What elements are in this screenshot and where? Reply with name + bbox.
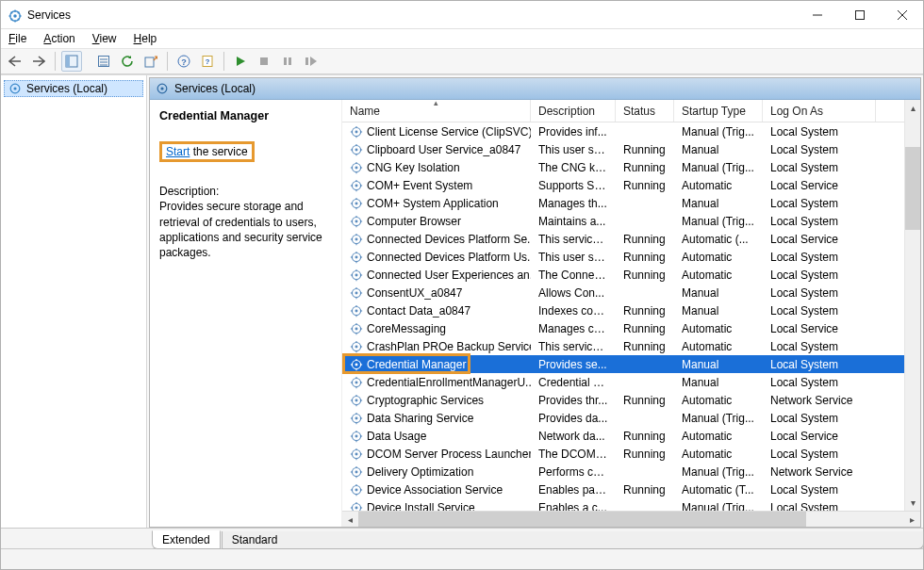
svg-rect-27 [289,57,291,65]
table-row[interactable]: Connected Devices Platform Se...This ser… [342,230,920,248]
service-gear-icon [350,430,363,443]
table-row[interactable]: Cryptographic ServicesProvides thr...Run… [342,391,920,409]
col-logon[interactable]: Log On As [763,100,876,122]
window-buttons [796,1,923,29]
pause-service-button[interactable] [277,51,298,72]
close-button[interactable] [881,1,923,29]
scroll-right-button[interactable]: ▸ [904,512,920,528]
menu-help[interactable]: Help [132,31,159,46]
scroll-up-button[interactable]: ▴ [905,100,920,116]
cell-status: Running [616,394,674,407]
service-gear-icon [350,197,363,210]
stop-service-button[interactable] [254,51,274,72]
services-window: Services File Action View Help ? ? [0,0,924,570]
back-button[interactable] [5,51,25,72]
tree-node-services-local[interactable]: Services (Local) [4,80,143,97]
cell-logon: Local System [763,483,876,497]
table-row[interactable]: CoreMessagingManages co...RunningAutomat… [342,319,920,337]
vertical-scrollbar[interactable]: ▴ ▾ [904,100,920,511]
cell-logon: Network Service [763,394,876,407]
scroll-thumb[interactable] [905,147,920,230]
table-row[interactable]: CNG Key IsolationThe CNG ke...RunningMan… [342,158,920,176]
cell-description: Allows Con... [531,286,616,300]
export-list-button[interactable] [140,51,161,72]
forward-button[interactable] [28,51,49,72]
svg-point-88 [355,291,358,294]
service-name-text: ConsentUX_a0847 [367,286,462,300]
hscroll-track[interactable] [358,512,904,528]
table-row[interactable]: COM+ Event SystemSupports Sy...RunningAu… [342,176,920,194]
menu-action[interactable]: Action [41,31,76,46]
cell-description: This service ... [531,340,616,353]
table-row[interactable]: Contact Data_a0847Indexes con...RunningM… [342,301,920,319]
menu-view[interactable]: View [91,31,119,46]
scroll-left-button[interactable]: ◂ [342,512,358,528]
start-service-link[interactable]: Start [166,145,190,158]
service-name-text: COM+ System Application [367,197,499,210]
table-row[interactable]: Connected User Experiences an...The Conn… [342,266,920,284]
table-row[interactable]: CrashPlan PROe Backup ServiceThis servic… [342,337,920,355]
table-row[interactable]: COM+ System ApplicationManages th...Manu… [342,194,920,212]
cell-status: Running [616,483,674,497]
titlebar[interactable]: Services [1,1,923,29]
table-row[interactable]: Connected Devices Platform Us...This use… [342,248,920,266]
table-row[interactable]: Client License Service (ClipSVC)Provides… [342,122,920,140]
table-row[interactable]: Delivery OptimizationPerforms co...Manua… [342,463,920,480]
col-status[interactable]: Status [616,100,674,122]
svg-point-142 [355,452,358,455]
table-row[interactable]: Device Install ServiceEnables a c...Manu… [342,498,920,511]
service-name-text: Device Install Service [367,501,475,512]
col-description[interactable]: Description [531,100,616,122]
tab-standard[interactable]: Standard [222,531,924,549]
restart-service-button[interactable] [301,51,322,72]
minimize-button[interactable] [796,1,838,29]
col-startup[interactable]: Startup Type [674,100,763,122]
maximize-button[interactable] [838,1,881,29]
service-name-text: Clipboard User Service_a0847 [367,143,520,156]
cell-status: Running [616,251,674,264]
toolbar-separator [223,52,224,71]
table-row[interactable]: DCOM Server Process LauncherThe DCOML...… [342,445,920,463]
table-row[interactable]: ConsentUX_a0847Allows Con...ManualLocal … [342,284,920,301]
table-row[interactable]: Computer BrowserMaintains a...Manual (Tr… [342,212,920,230]
help-topics-button[interactable]: ? [197,51,218,72]
refresh-button[interactable] [117,51,138,72]
svg-text:?: ? [181,57,187,66]
table-row[interactable]: Credential ManagerProvides se...ManualLo… [342,355,920,373]
properties-button[interactable] [93,51,114,72]
main-area: Services (Local) Services (Local) Creden… [1,74,923,529]
cell-name: Clipboard User Service_a0847 [342,143,531,156]
scroll-track[interactable] [905,116,920,495]
scroll-down-button[interactable]: ▾ [905,495,920,511]
cell-name: Computer Browser [342,215,531,228]
gear-icon [156,82,169,95]
cell-name: CNG Key Isolation [342,161,531,174]
help-button[interactable]: ? [173,51,194,72]
table-row[interactable]: CredentialEnrollmentManagerU...Credentia… [342,373,920,391]
cell-description: Provides se... [531,358,616,371]
service-name-text: Connected User Experiences an... [367,269,531,282]
col-name[interactable]: Name [342,100,531,122]
svg-point-46 [355,166,358,169]
hscroll-thumb[interactable] [358,512,806,528]
service-name-text: Credential Manager [367,358,466,371]
service-gear-icon [350,465,363,479]
horizontal-scrollbar[interactable]: ◂ ▸ [342,511,920,527]
tree-pane[interactable]: Services (Local) [1,75,147,529]
tab-extended[interactable]: Extended [152,530,221,549]
cell-description: Provides inf... [531,125,616,138]
cell-status: Running [616,430,674,443]
svg-point-1 [13,14,17,18]
service-rows[interactable]: Client License Service (ClipSVC)Provides… [342,122,920,511]
table-row[interactable]: Device Association ServiceEnables pair..… [342,480,920,498]
svg-point-70 [355,237,358,240]
cell-status: Running [616,269,674,282]
menu-file[interactable]: File [7,31,28,46]
table-row[interactable]: Data UsageNetwork da...RunningAutomaticL… [342,427,920,445]
tree-node-label: Services (Local) [26,82,107,95]
show-hide-tree-button[interactable] [61,51,82,72]
start-service-button[interactable] [230,51,251,72]
table-row[interactable]: Clipboard User Service_a0847This user se… [342,140,920,158]
service-gear-icon [350,340,363,353]
table-row[interactable]: Data Sharing ServiceProvides da...Manual… [342,409,920,427]
